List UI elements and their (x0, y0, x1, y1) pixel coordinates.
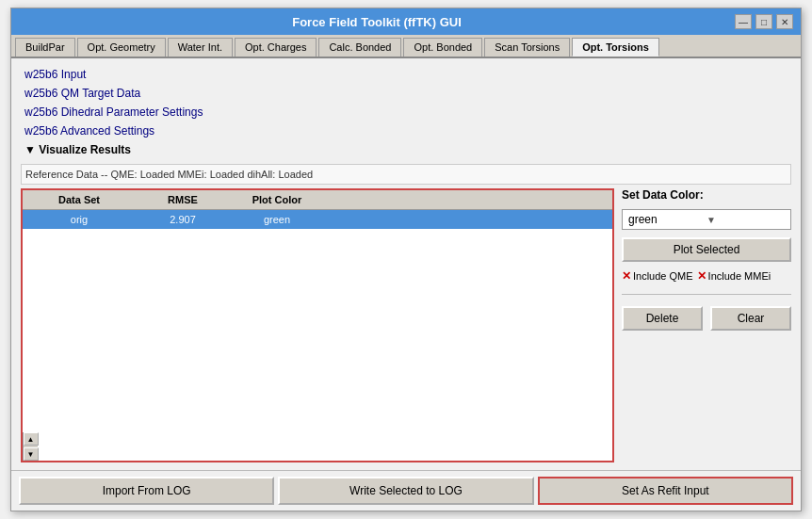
close-button[interactable]: ✕ (776, 14, 793, 29)
data-table-header: Data Set RMSE Plot Color (23, 190, 612, 210)
col-header-rmse: RMSE (136, 192, 230, 207)
reference-value: QME: Loaded MMEi: Loaded dihAll: Loaded (111, 169, 314, 180)
tab-bar: BuildPar Opt. Geometry Water Int. Opt. C… (11, 35, 801, 58)
scroll-down-button[interactable]: ▼ (24, 447, 39, 461)
cell-dataset: orig (23, 212, 136, 227)
cell-rmse: 2.907 (136, 212, 230, 227)
checkboxes-area: ✕ Include QME ✕ Include MMEi (622, 269, 791, 283)
title-bar: Force Field Toolkit (ffTK) GUI — □ ✕ (11, 8, 801, 35)
include-mmei-label: Include MMEi (708, 270, 771, 282)
scroll-up-button[interactable]: ▲ (24, 432, 39, 446)
plot-selected-button[interactable]: Plot Selected (622, 237, 791, 262)
tab-opt-charges[interactable]: Opt. Charges (235, 38, 317, 57)
main-area: Data Set RMSE Plot Color orig 2.907 gree… (21, 188, 791, 462)
section-w25b6-dihedral[interactable]: w25b6 Dihedral Parameter Settings (21, 104, 791, 121)
include-qme-label: Include QME (633, 270, 693, 282)
separator (622, 294, 791, 295)
data-table-container: Data Set RMSE Plot Color orig 2.907 gree… (21, 188, 614, 462)
visualize-toggle[interactable]: ▼ Visualize Results (21, 141, 791, 158)
data-table-body: orig 2.907 green (23, 210, 612, 432)
write-selected-to-log-button[interactable]: Write Selected to LOG (278, 477, 533, 505)
section-w25b6-qm[interactable]: w25b6 QM Target Data (21, 85, 791, 102)
bottom-bar: Import From LOG Write Selected to LOG Se… (11, 470, 801, 511)
col-header-dataset: Data Set (23, 192, 136, 207)
visualize-section: Reference Data -- QME: Loaded MMEi: Load… (21, 164, 791, 462)
window-title: Force Field Toolkit (ffTK) GUI (19, 15, 735, 29)
right-panel: Set Data Color: green ▼ Plot Selected ✕ … (622, 188, 791, 462)
set-as-refit-input-button[interactable]: Set As Refit Input (538, 477, 793, 505)
include-mmei-checkbox[interactable]: ✕ Include MMEi (697, 269, 771, 283)
col-header-plotcolor: Plot Color (230, 192, 324, 207)
import-from-log-button[interactable]: Import From LOG (19, 477, 274, 505)
color-dropdown-value: green (628, 213, 706, 226)
delete-clear-row: Delete Clear (622, 306, 791, 331)
section-w25b6-input[interactable]: w25b6 Input (21, 66, 791, 83)
tab-opt-bonded[interactable]: Opt. Bonded (403, 38, 482, 57)
main-window: Force Field Toolkit (ffTK) GUI — □ ✕ Bui… (10, 8, 802, 511)
table-row[interactable]: orig 2.907 green (23, 210, 612, 229)
tab-water-int[interactable]: Water Int. (168, 38, 233, 57)
scrollbar[interactable]: ▲ ▼ (23, 432, 38, 461)
delete-button[interactable]: Delete (622, 306, 703, 331)
cell-plotcolor: green (230, 212, 324, 227)
chevron-down-icon: ▼ (706, 215, 785, 225)
color-dropdown[interactable]: green ▼ (622, 209, 791, 230)
tab-opt-torsions[interactable]: Opt. Torsions (572, 38, 659, 57)
tab-calc-bonded[interactable]: Calc. Bonded (318, 38, 401, 57)
section-w25b6-advanced[interactable]: w25b6 Advanced Settings (21, 122, 791, 139)
reference-label: Reference Data -- (25, 169, 107, 180)
tab-scan-torsions[interactable]: Scan Torsions (484, 38, 570, 57)
include-qme-checkbox[interactable]: ✕ Include QME (622, 269, 693, 283)
content-area: w25b6 Input w25b6 QM Target Data w25b6 D… (11, 58, 801, 470)
clear-button[interactable]: Clear (710, 306, 791, 331)
maximize-button[interactable]: □ (755, 14, 772, 29)
reference-data-bar: Reference Data -- QME: Loaded MMEi: Load… (21, 164, 791, 185)
mmei-check-icon: ✕ (697, 269, 706, 283)
minimize-button[interactable]: — (735, 14, 752, 29)
tab-opt-geometry[interactable]: Opt. Geometry (77, 38, 166, 57)
window-controls: — □ ✕ (735, 14, 793, 29)
set-data-color-label: Set Data Color: (622, 188, 791, 202)
qme-check-icon: ✕ (622, 269, 631, 283)
tab-buildpar[interactable]: BuildPar (15, 38, 75, 57)
